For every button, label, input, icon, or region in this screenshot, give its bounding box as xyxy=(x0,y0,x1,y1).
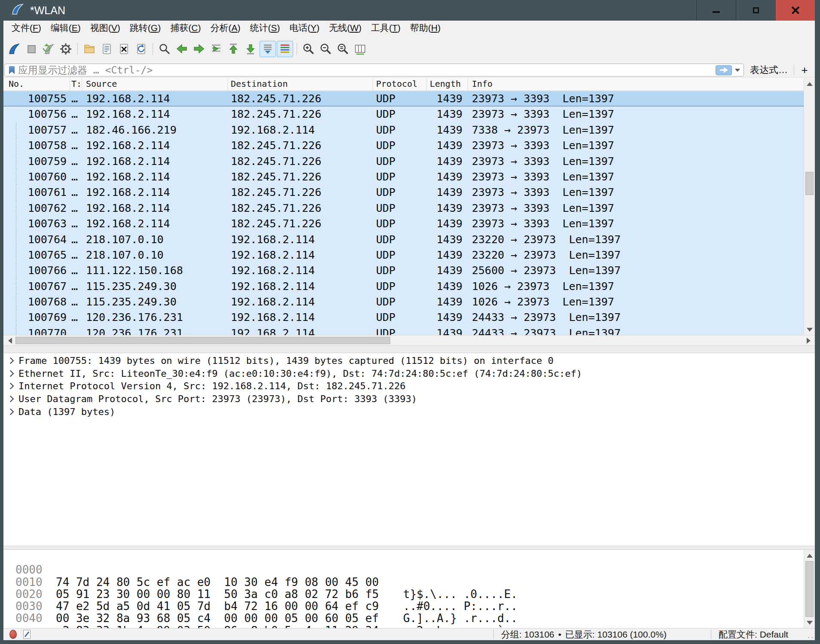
zoom-out-button[interactable] xyxy=(318,41,334,57)
expression-button[interactable]: 表达式… xyxy=(744,64,794,76)
profile-button[interactable]: 配置文件: Default xyxy=(719,629,788,640)
scroll-left-icon[interactable] xyxy=(4,336,15,345)
detail-tree-row[interactable]: Internet Protocol Version 4, Src: 192.16… xyxy=(3,380,815,393)
previous-packet-button[interactable] xyxy=(174,41,190,57)
toolbar-separator xyxy=(77,43,78,55)
menu-item[interactable]: 文件(F) xyxy=(7,22,46,34)
packet-row[interactable]: 100763 … 192.168.2.114 182.245.71.226 UD… xyxy=(3,216,815,232)
detail-tree-row[interactable]: Frame 100755: 1439 bytes on wire (11512 … xyxy=(3,354,815,367)
packet-row[interactable]: 100759 … 192.168.2.114 182.245.71.226 UD… xyxy=(3,154,815,169)
scrollbar-thumb[interactable] xyxy=(805,561,814,617)
expert-info-icon[interactable] xyxy=(9,630,17,639)
display-filter-field[interactable] xyxy=(4,64,744,76)
menu-item[interactable]: 分析(A) xyxy=(205,22,245,34)
detail-tree-row[interactable]: User Datagram Protocol, Src Port: 23973 … xyxy=(3,393,815,406)
scroll-down-icon[interactable] xyxy=(804,618,815,627)
scroll-right-icon[interactable] xyxy=(803,336,814,345)
scroll-up-icon[interactable] xyxy=(804,551,815,560)
restart-capture-button[interactable] xyxy=(40,41,57,57)
normal-size-button[interactable] xyxy=(335,41,351,57)
column-header[interactable]: T: xyxy=(70,78,82,91)
hex-row[interactable]: 0000 74 7d 24 80 5c ef ac e0 10 30 e4 f9… xyxy=(3,552,815,564)
add-filter-button[interactable]: + xyxy=(794,64,815,77)
start-capture-button[interactable] xyxy=(6,41,22,57)
menu-item[interactable]: 帮助(H) xyxy=(405,22,445,34)
close-button[interactable] xyxy=(775,0,815,21)
hscrollbar-thumb[interactable] xyxy=(15,337,390,344)
menu-item[interactable]: 视图(V) xyxy=(86,22,125,34)
expand-chevron-icon[interactable] xyxy=(7,383,14,390)
packet-row[interactable]: 100768 … 115.235.249.30 192.168.2.114 UD… xyxy=(3,294,815,310)
packet-list-hscrollbar[interactable] xyxy=(3,335,815,345)
column-header[interactable]: Info xyxy=(468,78,815,91)
menu-item[interactable]: 跳转(G) xyxy=(125,22,165,34)
next-packet-button[interactable] xyxy=(191,41,207,57)
filter-dropdown-caret[interactable] xyxy=(735,69,740,72)
menu-item[interactable]: 无线(W) xyxy=(324,22,366,34)
capture-comment-icon[interactable] xyxy=(23,630,31,639)
display-filter-input[interactable] xyxy=(18,64,716,76)
apply-filter-button[interactable] xyxy=(716,65,732,75)
maximize-button[interactable] xyxy=(736,0,775,21)
packet-row[interactable]: 100760 … 192.168.2.114 182.245.71.226 UD… xyxy=(3,169,815,185)
filter-bookmark-icon[interactable] xyxy=(9,66,15,74)
packet-row[interactable]: 100769 … 120.236.176.231 192.168.2.114 U… xyxy=(3,310,815,325)
minimize-button[interactable] xyxy=(696,0,736,21)
packet-row[interactable]: 100762 … 192.168.2.114 182.245.71.226 UD… xyxy=(3,201,815,216)
scroll-up-icon[interactable] xyxy=(804,79,815,89)
menu-item[interactable]: 统计(S) xyxy=(245,22,285,34)
column-header[interactable]: Destination xyxy=(228,78,373,91)
expand-chevron-icon[interactable] xyxy=(7,370,14,377)
packet-row[interactable]: 100766 … 111.122.150.168 192.168.2.114 U… xyxy=(3,263,815,278)
menu-item[interactable]: 电话(Y) xyxy=(285,22,324,34)
hex-row[interactable]: 0020 47 e2 5d a5 0d 41 05 7d b4 72 16 00… xyxy=(3,576,815,588)
expand-chevron-icon[interactable] xyxy=(7,357,14,364)
resize-columns-button[interactable] xyxy=(352,41,368,57)
hex-pane-scrollbar[interactable] xyxy=(804,550,815,628)
close-file-button[interactable] xyxy=(116,41,132,57)
packet-row[interactable]: 100755 … 192.168.2.114 182.245.71.226 UD… xyxy=(3,91,815,107)
find-packet-button[interactable] xyxy=(156,41,173,57)
go-to-packet-button[interactable] xyxy=(208,41,224,57)
zoom-in-button[interactable] xyxy=(300,41,317,57)
packet-row[interactable]: 100770 … 120.236.176.231 192.168.2.114 U… xyxy=(3,326,815,335)
pane-splitter[interactable] xyxy=(3,345,815,353)
packet-row[interactable]: 100761 … 192.168.2.114 182.245.71.226 UD… xyxy=(3,185,815,200)
scroll-down-icon[interactable] xyxy=(804,325,815,334)
packet-row[interactable]: 100764 … 218.107.0.10 192.168.2.114 UDP … xyxy=(3,232,815,247)
hex-row[interactable]: 0010 05 91 23 30 00 00 80 11 50 3a c0 a8… xyxy=(3,564,815,576)
packet-row[interactable]: 100757 … 182.46.166.219 192.168.2.114 UD… xyxy=(3,122,815,138)
expand-chevron-icon[interactable] xyxy=(7,408,14,415)
resize-grip[interactable] xyxy=(812,637,813,638)
menu-item[interactable]: 工具(T) xyxy=(366,22,405,34)
auto-scroll-button[interactable] xyxy=(260,41,276,57)
detail-tree-row[interactable]: Ethernet II, Src: LiteonTe_30:e4:f9 (ac:… xyxy=(3,367,815,380)
save-file-button[interactable] xyxy=(98,41,115,57)
packet-row[interactable]: 100758 … 192.168.2.114 182.245.71.226 UD… xyxy=(3,138,815,153)
column-header[interactable]: Source xyxy=(82,78,228,91)
reload-file-button[interactable] xyxy=(133,41,149,57)
packet-row[interactable]: 100765 … 218.107.0.10 192.168.2.114 UDP … xyxy=(3,247,815,263)
menu-item[interactable]: 捕获(C) xyxy=(165,22,205,34)
column-header[interactable]: Protocol xyxy=(373,78,427,91)
hex-row[interactable]: 0040 e2 83 33 1b 4e 99 03 50 86 e8 b0 5e… xyxy=(3,600,815,612)
first-packet-button[interactable] xyxy=(225,41,242,57)
column-header[interactable]: No. xyxy=(3,78,70,91)
expand-chevron-icon[interactable] xyxy=(7,396,14,403)
packet-row[interactable]: 100756 … 192.168.2.114 182.245.71.226 UD… xyxy=(3,107,815,122)
packet-row[interactable]: 100767 … 115.235.249.30 192.168.2.114 UD… xyxy=(3,279,815,294)
stop-capture-button[interactable] xyxy=(23,41,40,57)
menu-item[interactable]: 编辑(E) xyxy=(46,22,86,34)
colorize-button[interactable] xyxy=(277,41,293,57)
open-file-button[interactable] xyxy=(81,41,98,57)
pane-splitter[interactable] xyxy=(3,546,815,550)
detail-tree-row[interactable]: Data (1397 bytes) xyxy=(3,405,815,418)
hex-ascii[interactable]: G.]..A.} .r...d.. xyxy=(403,612,517,624)
scrollbar-thumb[interactable] xyxy=(805,172,814,195)
capture-options-button[interactable] xyxy=(58,41,74,57)
packet-list-scrollbar[interactable] xyxy=(804,78,815,335)
hex-row[interactable]: 0030 00 3e 32 8a 93 68 05 c4 00 00 00 05… xyxy=(3,588,815,600)
hex-bytes[interactable]: 00 3e 32 8a 93 68 05 c4 00 00 00 05 00 6… xyxy=(56,612,379,624)
last-packet-button[interactable] xyxy=(242,41,259,57)
column-header[interactable]: Length xyxy=(427,78,468,91)
